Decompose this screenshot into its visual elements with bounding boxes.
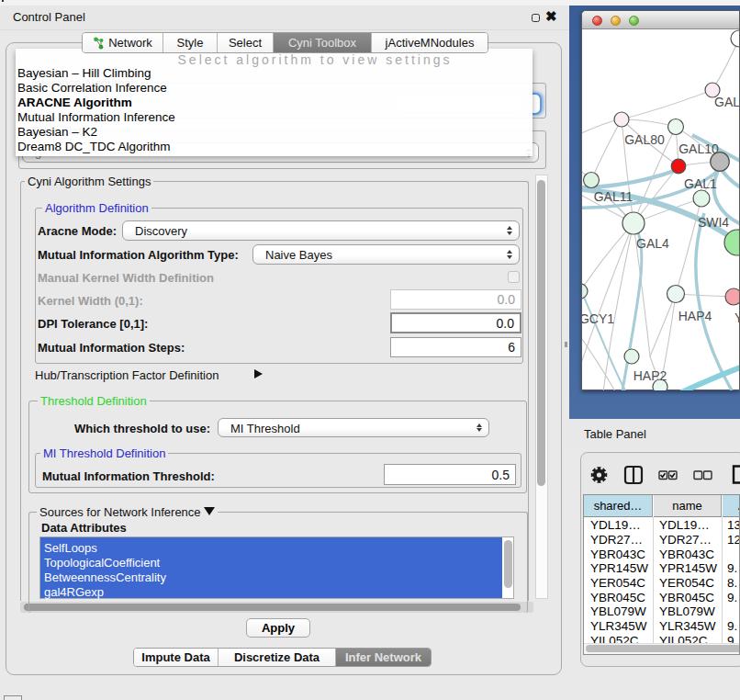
svg-text:YJ: YJ xyxy=(734,310,739,325)
svg-text:GAL11: GAL11 xyxy=(594,189,633,204)
svg-text:SWI4: SWI4 xyxy=(698,215,729,230)
svg-text:HAP4: HAP4 xyxy=(678,309,712,323)
svg-text:GCY1: GCY1 xyxy=(582,311,614,326)
svg-text:GAL80: GAL80 xyxy=(624,132,665,147)
svg-text:GAL2: GAL2 xyxy=(714,95,739,109)
svg-text:GAL4: GAL4 xyxy=(636,236,669,251)
svg-text:HAP2: HAP2 xyxy=(633,368,667,383)
svg-text:GAL10: GAL10 xyxy=(678,141,719,156)
svg-text:GAL1: GAL1 xyxy=(684,176,717,191)
